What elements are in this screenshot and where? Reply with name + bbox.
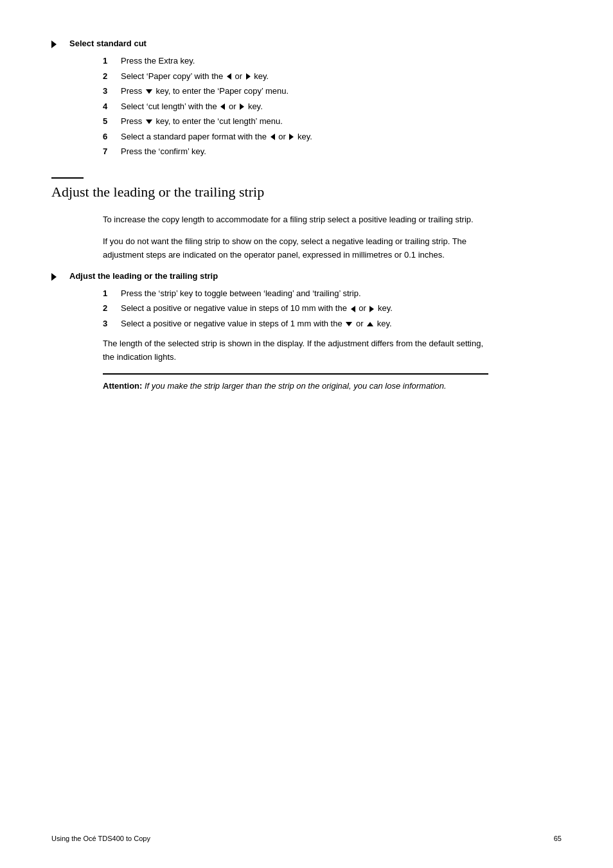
step-text-after-1-5: key, to enter the ‘cut length’ menu. (155, 116, 282, 126)
arrow-down-1-3 (146, 89, 152, 94)
step-2-2: 2 Select a positive or negative value in… (103, 302, 562, 315)
step-text-before-1-5: Press (121, 116, 142, 126)
step-num-1-2: 2 (103, 70, 116, 83)
procedure-title-1: Select standard cut (69, 39, 147, 48)
step-text-after-2-2: key. (378, 303, 393, 313)
arrow-up-2-3 (367, 322, 373, 326)
note-text-2: The length of the selected strip is show… (103, 337, 488, 364)
step-text-after-1-6: key. (298, 132, 312, 141)
step-1-7: 7 Press the ‘confirm’ key. (103, 145, 562, 158)
arrow-right-1-6 (289, 134, 294, 140)
step-content-1-5: Press key, to enter the ‘cut length’ men… (121, 115, 562, 128)
step-content-2-3: Select a positive or negative value in s… (121, 317, 562, 330)
arrow-down-1-5 (146, 120, 152, 124)
attention-italic-2: If you make the strip larger than the st… (142, 381, 446, 391)
step-num-1-5: 5 (103, 115, 116, 128)
attention-box-2: Attention: If you make the strip larger … (103, 373, 488, 393)
step-content-1-4: Select ‘cut length’ with the or key. (121, 100, 562, 113)
arrow-right-1-2 (246, 73, 251, 80)
step-text-before-2-3: Select a positive or negative value in s… (121, 319, 342, 328)
step-content-1-2: Select ‘Paper copy’ with the or key. (121, 70, 562, 83)
step-1-4: 4 Select ‘cut length’ with the or key. (103, 100, 562, 113)
step-or-2-3: or (356, 319, 366, 328)
footer-right: 65 (554, 835, 562, 842)
section-heading-2: Adjust the leading or the trailing strip (51, 184, 562, 200)
arrow-left-1-2 (227, 73, 231, 80)
steps-list-1: 1 Press the Extra key. 2 Select ‘Paper c… (103, 55, 562, 158)
step-text-after-2-3: key. (377, 319, 392, 328)
steps-list-2: 1 Press the ‘strip’ key to toggle betwee… (103, 287, 562, 330)
step-1-2: 2 Select ‘Paper copy’ with the or key. (103, 70, 562, 83)
footer: Using the Océ TDS400 to Copy 65 (51, 835, 562, 842)
step-content-1-7: Press the ‘confirm’ key. (121, 145, 562, 158)
attention-text-2: Attention: If you make the strip larger … (103, 380, 488, 393)
step-num-2-2: 2 (103, 302, 116, 315)
step-content-2-1: Press the ‘strip’ key to toggle between … (121, 287, 562, 300)
step-or-1-4: or (229, 102, 238, 111)
arrow-left-1-4 (220, 103, 225, 110)
step-or-1-2: or (235, 71, 244, 81)
attention-label-2: Attention: (103, 381, 142, 391)
step-content-1-3: Press key, to enter the ‘Paper copy’ men… (121, 85, 562, 98)
step-2-3: 3 Select a positive or negative value in… (103, 317, 562, 330)
procedure-title-2: Adjust the leading or the trailing strip (69, 271, 218, 281)
step-num-1-4: 4 (103, 100, 116, 113)
step-or-2-2: or (359, 303, 368, 313)
step-text-after-1-2: key. (254, 71, 269, 81)
step-num-1-3: 3 (103, 85, 116, 98)
procedure-header-2: Adjust the leading or the trailing strip (51, 271, 562, 281)
step-num-1-1: 1 (103, 55, 116, 67)
procedure-header-1: Select standard cut (51, 39, 562, 48)
arrow-down-2-3 (346, 322, 352, 326)
footer-left: Using the Océ TDS400 to Copy (51, 835, 150, 842)
step-1-5: 5 Press key, to enter the ‘cut length’ m… (103, 115, 562, 128)
step-num-1-6: 6 (103, 130, 116, 143)
body-text-2-1: To increase the copy length to accommoda… (103, 213, 488, 227)
step-text-before-1-4: Select ‘cut length’ with the (121, 102, 217, 111)
step-or-1-6: or (278, 132, 288, 141)
step-num-2-3: 3 (103, 317, 116, 330)
step-text-before-2-2: Select a positive or negative value in s… (121, 303, 347, 313)
step-1-6: 6 Select a standard paper format with th… (103, 130, 562, 143)
step-text-after-1-4: key. (248, 102, 263, 111)
section-divider-2 (51, 177, 84, 179)
step-num-2-1: 1 (103, 287, 116, 300)
step-1-3: 3 Press key, to enter the ‘Paper copy’ m… (103, 85, 562, 98)
triangle-icon-2 (51, 273, 57, 281)
step-1-1: 1 Press the Extra key. (103, 55, 562, 67)
body-text-2-2: If you do not want the filing strip to s… (103, 235, 488, 262)
page: Select standard cut 1 Press the Extra ke… (0, 0, 613, 868)
step-num-1-7: 7 (103, 145, 116, 158)
step-content-2-2: Select a positive or negative value in s… (121, 302, 562, 315)
section-select-standard-cut: Select standard cut 1 Press the Extra ke… (51, 39, 562, 158)
arrow-left-2-2 (351, 306, 355, 312)
step-text-before-1-3: Press (121, 86, 142, 96)
arrow-left-1-6 (271, 134, 275, 140)
triangle-icon-1 (51, 40, 57, 48)
step-2-1: 1 Press the ‘strip’ key to toggle betwee… (103, 287, 562, 300)
step-text-after-1-3: key, to enter the ‘Paper copy’ menu. (155, 86, 289, 96)
step-content-1-6: Select a standard paper format with the … (121, 130, 562, 143)
section-adjust-strip: Adjust the leading or the trailing strip… (51, 177, 562, 393)
step-text-before-1-6: Select a standard paper format with the (121, 132, 267, 141)
arrow-right-1-4 (240, 103, 244, 110)
arrow-right-2-2 (369, 306, 374, 312)
step-content-1-1: Press the Extra key. (121, 55, 562, 67)
step-text-before-1-2: Select ‘Paper copy’ with the (121, 71, 223, 81)
